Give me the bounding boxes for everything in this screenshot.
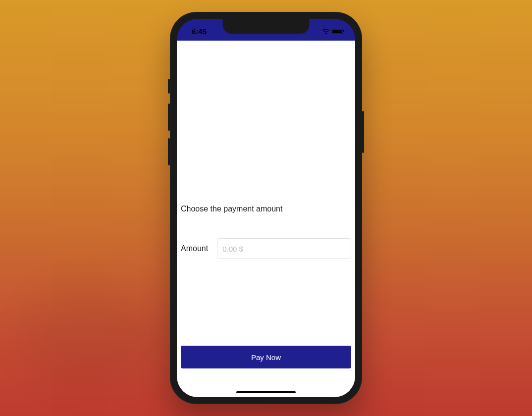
amount-label: Amount — [181, 244, 208, 253]
battery-icon — [332, 29, 344, 34]
volume-down-button — [168, 138, 170, 165]
phone-screen: 6:45 Choose — [177, 19, 355, 397]
volume-up-button — [168, 104, 170, 131]
app-content: Choose the payment amount Amount Pay Now — [177, 41, 355, 397]
payment-form-section: Choose the payment amount Amount — [177, 205, 355, 259]
wifi-icon — [322, 28, 330, 34]
status-indicators — [322, 25, 344, 34]
amount-field-row: Amount — [181, 238, 351, 259]
amount-input[interactable] — [217, 238, 351, 259]
svg-point-0 — [325, 33, 327, 34]
background-shadow — [25, 287, 163, 386]
power-button — [362, 111, 364, 153]
pay-button-label: Pay Now — [251, 353, 281, 362]
pay-now-button[interactable]: Pay Now — [181, 346, 351, 368]
payment-instruction-text: Choose the payment amount — [181, 205, 351, 213]
status-time: 6:45 — [188, 24, 207, 36]
device-notch — [223, 19, 310, 34]
silence-switch — [168, 79, 170, 94]
home-indicator[interactable] — [236, 391, 296, 393]
phone-device-frame: 6:45 Choose — [170, 12, 362, 404]
